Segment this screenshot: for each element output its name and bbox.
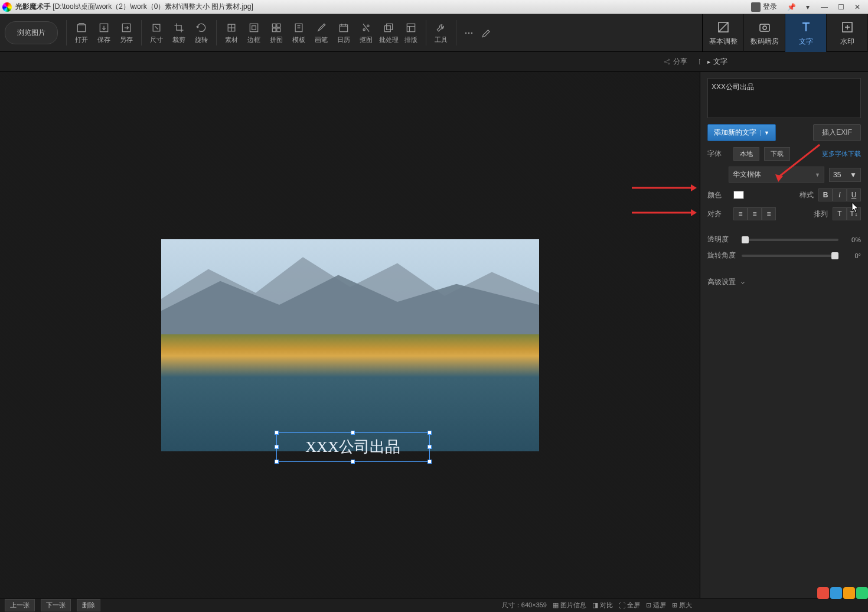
tb-saveas[interactable]: 另存 [115,14,138,51]
svg-rect-9 [272,28,276,31]
mode-tabs: 基本调整 数码暗房 文字 水印 [702,14,868,52]
svg-rect-0 [77,25,85,32]
svg-point-17 [468,32,470,34]
delete-button[interactable]: 删除 [77,599,100,611]
close-icon[interactable]: ✕ [849,1,866,13]
text-overlay-box[interactable]: XXX公司出品 [276,432,430,462]
align-right-button[interactable]: ≡ [762,207,776,220]
rotate-label: 旋转角度 [707,250,737,261]
tb-brush[interactable]: 画笔 [310,14,332,51]
overlay-text: XXX公司出品 [305,437,400,457]
advanced-toggle[interactable]: 高级设置 [707,277,861,287]
mode-watermark[interactable]: 水印 [827,14,868,52]
tb-open[interactable]: 打开 [70,14,93,51]
tb-material[interactable]: 素材 [220,14,243,51]
resize-handle[interactable] [275,445,279,449]
mode-text[interactable]: 文字 [785,14,827,52]
tb-more[interactable] [460,14,478,51]
pin-icon[interactable]: 📌 [783,1,800,13]
svg-point-16 [465,32,467,34]
resize-handle[interactable] [275,431,279,435]
underline-button[interactable]: U [847,188,861,201]
italic-button[interactable]: I [833,188,847,201]
dropdown-icon[interactable]: ▾ [800,1,816,13]
font-label: 字体 [707,149,729,159]
rotate-slider[interactable] [742,255,838,257]
tb-layout[interactable]: 排版 [400,14,422,51]
svg-rect-5 [250,24,257,31]
svg-point-23 [664,61,665,62]
tb-batch[interactable]: 批处理 [377,14,400,51]
tb-border[interactable]: 边框 [243,14,265,51]
font-local-tab[interactable]: 本地 [733,147,759,161]
login-label: 登录 [763,2,777,12]
more-fonts-link[interactable]: 更多字体下载 [822,149,861,158]
opacity-slider[interactable] [742,239,838,241]
arrange-label: 排列 [814,209,828,219]
font-size-select[interactable]: 35▼ [829,168,861,182]
resize-handle[interactable] [275,460,279,464]
arrange-h-button[interactable]: T [833,207,847,220]
canvas-image[interactable]: XXX公司出品 [161,239,539,451]
add-text-button[interactable]: 添加新的文字▼ [707,124,776,141]
compare-button[interactable]: ◨ 对比 [592,601,613,610]
align-left-button[interactable]: ≡ [733,207,748,220]
canvas-area[interactable]: XXX公司出品 [0,72,700,612]
tb-collage[interactable]: 拼图 [265,14,288,51]
mode-darkroom[interactable]: 数码暗房 [744,14,785,52]
next-button[interactable]: 下一张 [41,599,71,611]
svg-rect-15 [407,24,415,31]
tb-crop[interactable]: 裁剪 [168,14,190,51]
svg-rect-14 [387,24,393,30]
app-icon [2,2,12,12]
info-button[interactable]: ▦ 图片信息 [553,601,586,610]
svg-rect-13 [384,25,390,31]
insert-exif-button[interactable]: 插入EXIF [813,124,861,141]
color-swatch[interactable] [733,191,744,199]
user-icon [751,2,761,12]
svg-rect-7 [272,24,276,27]
mode-basic[interactable]: 基本调整 [703,14,744,52]
side-panel: 文字 添加新的文字▼ 插入EXIF 字体 本地 下载 更多字体下载 华文楷体▼ … [700,72,868,612]
resize-handle[interactable] [428,445,432,449]
maximize-icon[interactable]: ☐ [833,1,849,13]
tb-size[interactable]: 尺寸 [145,14,168,51]
fit-button[interactable]: ⊡ 适屏 [646,601,666,610]
style-label: 样式 [800,190,814,200]
svg-point-25 [668,63,670,64]
bold-button[interactable]: B [818,188,833,201]
font-download-tab[interactable]: 下载 [764,147,790,161]
tb-calendar[interactable]: 日历 [332,14,355,51]
resize-handle[interactable] [351,460,355,464]
login-area[interactable]: 登录 [751,2,777,12]
resize-handle[interactable] [351,431,355,435]
svg-rect-12 [340,25,347,32]
browse-button[interactable]: 浏览图片 [5,21,58,44]
opacity-value: 0% [843,236,861,243]
main-toolbar: 浏览图片 打开 保存 另存 尺寸 裁剪 旋转 素材 边框 拼图 模板 画笔 日历… [0,14,868,52]
app-title: 光影魔术手 [D:\tools\桌面\work（2）\work（0）素材\调整大… [15,2,253,12]
align-center-button[interactable]: ≡ [748,207,762,220]
cursor-icon [851,202,860,214]
svg-point-18 [471,32,473,34]
tb-template[interactable]: 模板 [288,14,310,51]
tb-pen[interactable] [478,14,495,51]
font-select[interactable]: 华文楷体▼ [729,167,824,183]
resize-handle[interactable] [428,460,432,464]
original-button[interactable]: ⊞ 原大 [672,601,692,610]
svg-rect-8 [277,24,280,27]
chevron-down-icon [739,279,746,286]
resize-handle[interactable] [428,431,432,435]
prev-button[interactable]: 上一张 [5,599,35,611]
tb-tools[interactable]: 工具 [430,14,452,51]
minimize-icon[interactable]: — [816,1,833,13]
fullscreen-button[interactable]: ⛶ 全屏 [619,601,640,610]
svg-point-21 [763,26,766,30]
text-input[interactable] [707,78,861,118]
tb-save[interactable]: 保存 [93,14,115,51]
ab-share[interactable]: 分享 [663,57,687,67]
align-label: 对齐 [707,209,729,219]
tb-rotate[interactable]: 旋转 [190,14,213,51]
svg-point-24 [668,59,670,60]
tb-cutout[interactable]: 抠图 [355,14,377,51]
